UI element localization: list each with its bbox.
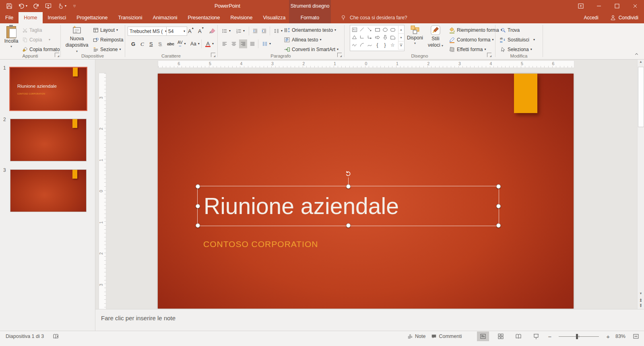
font-size-combobox[interactable]: 54 ▾ (166, 27, 187, 36)
character-spacing-button[interactable]: AV↔ ▾ (176, 39, 187, 48)
collapse-ribbon-button[interactable] (634, 51, 639, 57)
font-size-dropdown-icon[interactable]: ▾ (184, 30, 185, 33)
find-button[interactable]: Trova (499, 26, 521, 35)
redo-button[interactable] (30, 1, 42, 11)
undo-dropdown-icon[interactable]: ▾ (26, 4, 27, 8)
rectangle-shape-icon[interactable] (374, 26, 381, 33)
resize-handle-w[interactable] (196, 204, 200, 208)
shapes-more-button[interactable]: ▼ (398, 41, 404, 49)
elbow-arrow-connector-shape-icon[interactable] (366, 33, 374, 41)
accent-tab-shape[interactable] (514, 74, 537, 113)
tab-revisione[interactable]: Revisione (225, 12, 258, 23)
italic-button[interactable]: C (139, 39, 145, 48)
numbering-dropdown-icon[interactable]: ▾ (243, 29, 245, 33)
scroll-down-button[interactable]: ▼ (638, 292, 644, 295)
strikethrough-button[interactable]: abc (166, 39, 175, 48)
decrease-indent-button[interactable] (251, 27, 259, 35)
tab-inserisci[interactable]: Inserisci (43, 12, 72, 23)
zoom-out-button[interactable]: − (548, 333, 551, 340)
text-shadow-button[interactable]: S (157, 39, 163, 48)
oval-shape-icon[interactable] (381, 26, 389, 33)
tab-visualizza[interactable]: Visualizza (258, 12, 291, 23)
layout-dropdown-icon[interactable]: ▾ (116, 29, 118, 32)
zoom-slider[interactable] (559, 336, 599, 337)
triangle-shape-icon[interactable] (351, 33, 358, 41)
slide-sorter-view-button[interactable] (495, 332, 507, 341)
slide-thumbnail-3[interactable] (10, 169, 87, 212)
arrow-shape-icon[interactable] (366, 26, 374, 33)
shape-effects-button[interactable]: Effetti forma▾ (448, 45, 487, 54)
align-text-dropdown-icon[interactable]: ▾ (320, 38, 321, 41)
scroll-up-button[interactable]: ▲ (638, 60, 644, 64)
align-right-button[interactable] (239, 39, 247, 48)
shapes-scroll-up-button[interactable]: ▲ (398, 26, 404, 34)
curve-shape-icon[interactable] (366, 41, 374, 49)
comments-toggle-button[interactable]: Commenti (431, 331, 462, 342)
line-spacing-button[interactable]: ▾ (272, 27, 284, 35)
arc-shape-icon[interactable] (358, 41, 366, 49)
normal-view-button[interactable] (477, 332, 489, 341)
sign-in-button[interactable]: Accedi (584, 15, 599, 21)
section-dropdown-icon[interactable]: ▾ (119, 48, 121, 51)
cut-button[interactable]: Taglia (21, 26, 43, 35)
notes-toggle-button[interactable]: Note (407, 331, 425, 342)
shapes-scroll-down-button[interactable]: ▼ (398, 34, 404, 42)
scrollbar-thumb[interactable] (638, 67, 644, 127)
increase-indent-button[interactable] (260, 27, 268, 35)
font-color-dropdown-icon[interactable]: ▾ (212, 42, 214, 45)
undo-button[interactable]: ▾ (15, 1, 30, 11)
columns-button[interactable]: ▾ (261, 39, 272, 48)
down-arrow-shape-icon[interactable] (381, 33, 389, 41)
slide-show-button[interactable] (530, 332, 542, 341)
shrink-font-button[interactable]: A▾ (197, 27, 205, 35)
bullets-button[interactable]: ▾ (221, 27, 232, 35)
copy-dropdown-icon[interactable]: ▾ (49, 38, 50, 41)
resize-handle-e[interactable] (496, 204, 501, 208)
replace-dropdown-icon[interactable]: ▾ (533, 38, 535, 41)
right-arrow-shape-icon[interactable] (374, 33, 381, 41)
paste-dropdown-icon[interactable]: ▾ (10, 45, 12, 48)
tab-formato[interactable]: Formato (289, 12, 331, 23)
previous-slide-button[interactable]: ▲▲ (638, 299, 644, 302)
reading-view-button[interactable] (512, 332, 524, 341)
bold-button[interactable]: G (130, 39, 136, 48)
rotation-handle[interactable] (345, 170, 352, 177)
touch-mode-dropdown-icon[interactable]: ▾ (65, 4, 66, 8)
font-name-combobox[interactable]: Trebuchet MS ( ▾ (128, 27, 169, 36)
tab-transizioni[interactable]: Transizioni (113, 12, 147, 23)
resize-handle-nw[interactable] (196, 184, 200, 189)
tab-animazioni[interactable]: Animazioni (147, 12, 182, 23)
start-from-beginning-button[interactable] (42, 1, 54, 11)
fit-slide-to-window-button[interactable] (631, 332, 641, 341)
tab-file[interactable]: File (0, 12, 19, 23)
slide-thumbnail-2[interactable] (10, 119, 87, 161)
align-center-button[interactable] (230, 39, 238, 48)
shape-effects-dropdown-icon[interactable]: ▾ (484, 48, 486, 51)
shape-outline-button[interactable]: Contorno forma▾ (448, 35, 495, 44)
elbow-connector-shape-icon[interactable] (358, 33, 366, 41)
replace-button[interactable]: Sostituisci ▾ (498, 35, 536, 44)
left-brace-shape-icon[interactable]: { (374, 41, 381, 49)
tell-me-box[interactable]: Che cosa si desidera fare? (340, 12, 407, 23)
align-left-button[interactable] (221, 39, 229, 48)
shape-outline-dropdown-icon[interactable]: ▾ (492, 38, 493, 41)
save-button[interactable] (3, 1, 15, 11)
maximize-button[interactable] (608, 0, 626, 12)
resize-handle-ne[interactable] (496, 184, 501, 189)
justify-button[interactable] (248, 39, 256, 48)
grow-font-button[interactable]: A▴ (187, 27, 195, 35)
line-shape-icon[interactable] (358, 26, 366, 33)
zoom-slider-thumb[interactable] (576, 334, 578, 339)
slide-thumbnail-1[interactable]: Riunione aziendale CONTOSO CORPORATION (9, 67, 87, 111)
tab-progettazione[interactable]: Progettazione (71, 12, 113, 23)
select-button[interactable]: Seleziona ▾ (499, 45, 533, 54)
rounded-rectangle-shape-icon[interactable] (389, 26, 396, 33)
slide-subtitle-text[interactable]: CONTOSO CORPORATION (203, 239, 318, 249)
scribble-shape-icon[interactable] (351, 41, 358, 49)
resize-handle-sw[interactable] (196, 223, 200, 228)
convert-smartart-button[interactable]: Converti in SmartArt▾ (283, 45, 340, 54)
tab-presentazione[interactable]: Presentazione (183, 12, 225, 23)
close-button[interactable] (626, 0, 644, 12)
star-shape-icon[interactable]: ☆ (389, 41, 396, 49)
share-button[interactable]: Condividi (610, 14, 638, 21)
